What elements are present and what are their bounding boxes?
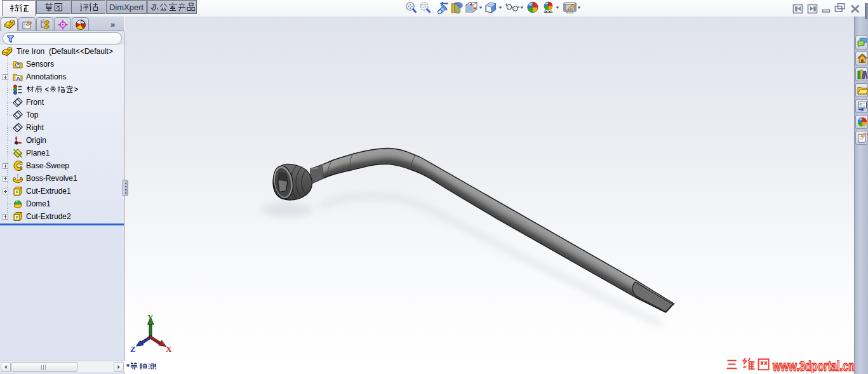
svg-text:Z: Z <box>130 344 136 354</box>
svg-text:Y: Y <box>147 312 154 322</box>
svg-text:www.3dportal.cn: www.3dportal.cn <box>772 358 855 374</box>
svg-text:X: X <box>166 344 172 354</box>
